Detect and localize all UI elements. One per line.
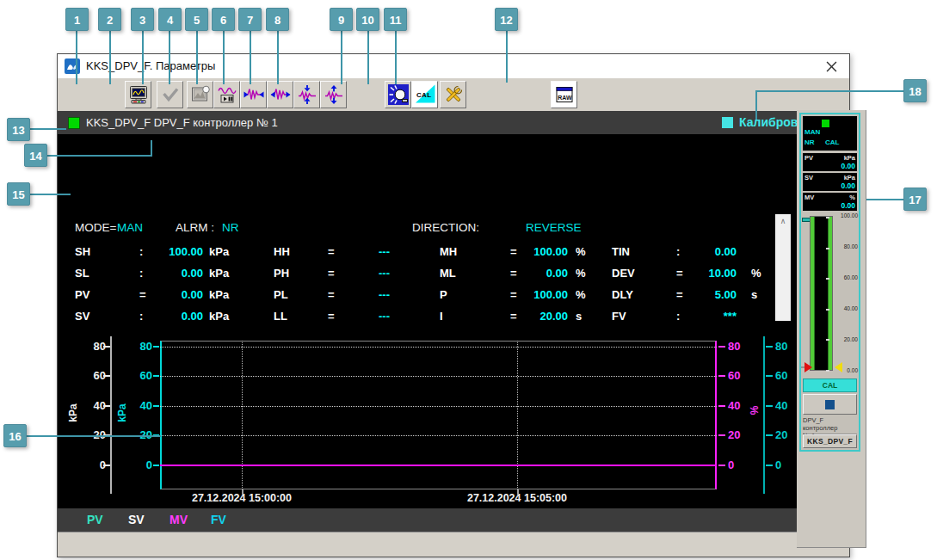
trend-run-pause-button[interactable]	[213, 81, 240, 108]
calibration-mode-button[interactable]: CAL	[411, 81, 438, 108]
callout-badge-4: 4	[158, 8, 182, 31]
param-unit: kPa	[209, 286, 229, 304]
param-value[interactable]: 0.00	[143, 265, 203, 282]
faceplate-cal-button[interactable]: CAL	[803, 378, 857, 392]
y-tick-mark	[718, 405, 725, 407]
callout-badge-12: 12	[495, 8, 518, 31]
compress-time-axis-button[interactable]	[240, 81, 267, 108]
expand-value-axis-button[interactable]	[320, 81, 347, 108]
callout-line	[223, 31, 225, 84]
param-value[interactable]: 0.00	[143, 286, 203, 304]
bargraph-scale-label: 60.00	[832, 274, 858, 281]
axis-unit-label: %	[749, 393, 761, 428]
wave-compress-h-icon	[243, 84, 264, 105]
window-titlebar[interactable]: KKS_DPV_F. Параметры	[58, 54, 849, 79]
y-tick-label: 80	[77, 339, 106, 354]
y-tick-mark	[103, 375, 110, 377]
param-value[interactable]: 100.00	[508, 286, 568, 304]
confirm-button[interactable]	[157, 81, 183, 108]
param-unit: kPa	[209, 265, 229, 282]
faceplate-tag-button[interactable]: KKS_DPV_F	[803, 434, 857, 448]
readout-value: 0.00	[841, 182, 855, 190]
param-value[interactable]: 0.00	[508, 265, 568, 282]
y-tick-label: 60	[77, 368, 106, 384]
param-value[interactable]: ---	[330, 265, 390, 282]
raw-data-button[interactable]: RAW	[551, 81, 577, 108]
close-button[interactable]	[818, 55, 844, 77]
param-label: HH	[274, 243, 290, 261]
callout-line	[142, 31, 144, 84]
param-unit: s	[751, 286, 757, 304]
trend-legend: PVSVMVFV	[58, 508, 798, 532]
faceplate-sv-readout[interactable]: SV kPa 0.00	[803, 173, 857, 191]
mode-label: MODE=	[75, 219, 116, 237]
service-settings-button[interactable]	[440, 81, 466, 108]
cal-icon: CAL	[415, 84, 435, 105]
faceplate-mode: MAN	[804, 128, 820, 136]
y-tick-mark	[718, 434, 725, 436]
legend-item-MV[interactable]: MV	[170, 508, 188, 532]
faceplate-panel: MAN NR CAL PV kPa 0.00 SV kPa 0.00 MV % …	[797, 110, 866, 548]
y-tick-label: 0	[77, 458, 106, 473]
bargraph-tick	[826, 309, 829, 311]
legend-item-SV[interactable]: SV	[128, 508, 145, 532]
callout-line	[169, 31, 170, 84]
callout-badge-3: 3	[131, 8, 154, 31]
readout-label: MV	[804, 194, 814, 201]
param-value[interactable]: 100.00	[143, 243, 203, 261]
param-label: SH	[75, 243, 90, 261]
param-unit: %	[751, 265, 761, 282]
callout-line	[395, 31, 397, 84]
print-screen-button[interactable]	[125, 81, 151, 108]
param-value[interactable]: ---	[330, 243, 390, 261]
wave-play-pause-icon	[217, 84, 237, 105]
monitor-icon	[128, 84, 149, 105]
param-value[interactable]: 5.00	[676, 286, 737, 304]
param-value[interactable]: 10.00	[676, 265, 737, 282]
y-tick-label: 40	[77, 398, 106, 414]
faceplate-device-name: DPV_F контроллер № 1	[803, 416, 857, 434]
parameters-window: KKS_DPV_F. Параметры CALRAW KKS_DPV_F DP…	[57, 53, 850, 557]
readout-value: 0.00	[841, 201, 855, 210]
callout-line	[30, 194, 71, 195]
legend-item-FV[interactable]: FV	[211, 508, 226, 532]
y-tick-mark	[718, 465, 725, 466]
y-tick-mark	[766, 375, 773, 377]
param-value[interactable]: 100.00	[508, 243, 568, 261]
y-tick-mark	[766, 465, 773, 466]
y-tick-mark	[766, 405, 773, 407]
bargraph-tick	[826, 217, 829, 218]
x-tick-mark	[242, 489, 243, 495]
param-value[interactable]: ---	[330, 286, 390, 304]
direction-value: REVERSE	[526, 219, 582, 237]
legend-item-PV[interactable]: PV	[87, 508, 103, 532]
expand-time-axis-button[interactable]	[267, 81, 293, 108]
y-tick-mark	[766, 346, 773, 348]
y-tick-mark	[103, 405, 110, 407]
callout-badge-18: 18	[903, 79, 927, 102]
compress-value-axis-button[interactable]	[293, 81, 320, 108]
stop-square-icon	[825, 400, 835, 409]
alarm-indication-button[interactable]	[385, 81, 411, 108]
callout-badge-1: 1	[65, 8, 89, 31]
y-tick-mark	[153, 346, 159, 348]
callout-line	[30, 128, 66, 130]
gridline-horizontal	[160, 435, 717, 436]
y-tick-mark	[103, 346, 110, 348]
callout-line	[151, 140, 152, 157]
wave-compress-v-icon	[297, 84, 317, 105]
faceplate-mv-readout[interactable]: MV % 0.00	[803, 193, 857, 211]
scroll-up-icon[interactable]: ∧	[775, 214, 791, 229]
y-tick-mark	[103, 465, 110, 466]
status-bar	[58, 532, 849, 556]
param-value[interactable]: 0.00	[676, 243, 737, 261]
faceplate-frame: MAN NR CAL PV kPa 0.00 SV kPa 0.00 MV % …	[799, 113, 860, 452]
faceplate-stop-button[interactable]	[803, 394, 857, 415]
callout-badge-8: 8	[266, 8, 289, 31]
param-label: MH	[440, 243, 457, 261]
snapshot-button[interactable]	[187, 81, 213, 108]
axis-unit-label: kPa	[67, 396, 79, 430]
bargraph-scale-label: 0.00	[832, 367, 858, 374]
close-icon	[826, 61, 837, 72]
faceplate-pv-readout[interactable]: PV kPa 0.00	[803, 153, 857, 171]
